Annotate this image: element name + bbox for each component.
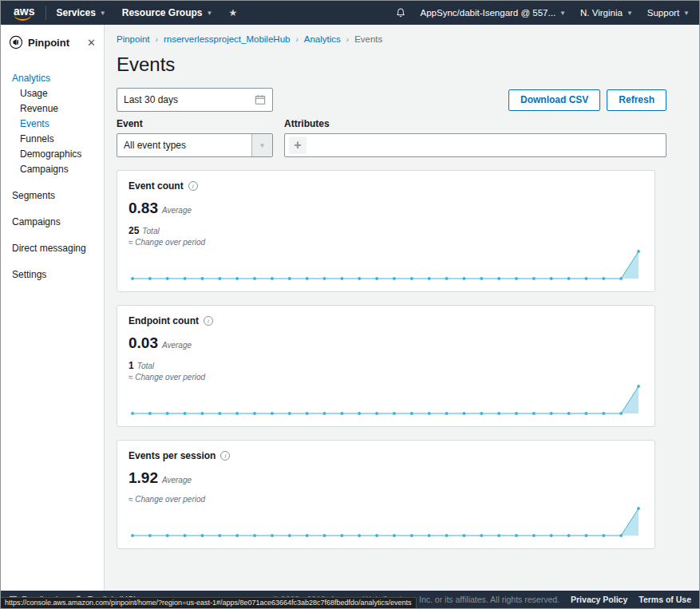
card-title: Endpoint count — [129, 315, 199, 326]
resource-groups-menu-label: Resource Groups — [122, 7, 203, 18]
region-menu-label: N. Virginia — [580, 8, 623, 18]
event-filter-label: Event — [117, 118, 273, 129]
metric-card-endpoint-count: Endpoint count i 0.03 Average 1 Total ≈ … — [117, 305, 655, 427]
average-label: Average — [162, 206, 192, 215]
sidebar-item-analytics[interactable]: Analytics — [1, 70, 104, 85]
chevron-down-icon: ▼ — [683, 10, 690, 17]
metric-card-event-count: Event count i 0.83 Average 25 Total ≈ Ch… — [117, 170, 655, 292]
date-range-value: Last 30 days — [124, 94, 255, 105]
support-menu[interactable]: Support ▼ — [647, 8, 690, 18]
support-menu-label: Support — [647, 8, 679, 18]
average-row: 0.03 Average — [129, 334, 643, 352]
sidebar-title: Pinpoint — [28, 37, 82, 49]
sidebar-nav: Analytics Usage Revenue Events Funnels D… — [1, 57, 104, 295]
resource-groups-menu[interactable]: Resource Groups ▼ — [122, 7, 213, 18]
breadcrumb-analytics[interactable]: Analytics — [304, 34, 341, 44]
event-type-select[interactable]: All event types ▼ — [117, 133, 273, 157]
card-title-row: Event count i — [129, 180, 643, 192]
pinned-shortcuts-star-icon[interactable]: ★ — [228, 7, 237, 18]
breadcrumb: Pinpoint › rnserverlessproject_MobileHub… — [117, 34, 666, 44]
info-icon[interactable]: i — [188, 181, 198, 191]
chevron-down-icon: ▼ — [627, 10, 633, 17]
card-title-row: Endpoint count i — [129, 315, 643, 326]
sidebar-item-usage[interactable]: Usage — [1, 85, 104, 101]
breadcrumb-pinpoint[interactable]: Pinpoint — [117, 34, 150, 44]
total-label: Total — [142, 227, 159, 235]
sidebar-item-events[interactable]: Events — [1, 116, 104, 131]
main-content: Pinpoint › rnserverlessproject_MobileHub… — [105, 25, 699, 591]
sidebar-item-demographics[interactable]: Demographics — [1, 146, 104, 161]
total-row: 25 Total — [129, 225, 643, 236]
info-icon[interactable]: i — [204, 316, 213, 326]
body-row: Pinpoint ✕ Analytics Usage Revenue Event… — [1, 25, 699, 591]
endpoint-count-chart — [129, 383, 643, 420]
event-filter-column: Event All event types ▼ — [117, 118, 273, 157]
sidebar-item-campaigns[interactable]: Campaigns — [1, 214, 104, 229]
sidebar-item-funnels[interactable]: Funnels — [1, 131, 104, 146]
sidebar-header: Pinpoint ✕ — [1, 25, 104, 57]
select-caret-segment: ▼ — [251, 134, 272, 156]
analytics-subnav: Usage Revenue Events Funnels Demographic… — [1, 85, 104, 176]
pinpoint-sidebar: Pinpoint ✕ Analytics Usage Revenue Event… — [1, 25, 105, 591]
region-menu[interactable]: N. Virginia ▼ — [580, 8, 633, 18]
notifications-bell-icon[interactable] — [395, 7, 406, 18]
events-per-session-chart — [129, 505, 643, 542]
top-navigation-bar: aws Services ▼ Resource Groups ▼ ★ AppSy… — [1, 1, 699, 25]
sidebar-item-campaigns-analytics[interactable]: Campaigns — [1, 161, 104, 176]
card-title: Event count — [129, 180, 184, 192]
metric-card-events-per-session: Events per session i 1.92 Average ≈ Chan… — [117, 440, 655, 549]
average-row: 0.83 Average — [129, 200, 643, 217]
card-title-row: Events per session i — [129, 450, 643, 461]
account-menu-label: AppSync/dabit-Isengard @ 557... — [421, 8, 556, 18]
total-value: 25 — [129, 225, 139, 236]
breadcrumb-separator: › — [295, 35, 298, 44]
info-icon[interactable]: i — [220, 451, 230, 461]
privacy-policy-link[interactable]: Privacy Policy — [571, 595, 627, 604]
bell-icon — [395, 7, 406, 18]
breadcrumb-project[interactable]: rnserverlessproject_MobileHub — [164, 34, 291, 44]
attributes-column: Attributes + — [284, 118, 666, 157]
chevron-down-icon: ▼ — [259, 142, 266, 149]
change-over-period-label: ≈ Change over period — [129, 495, 643, 504]
total-value: 1 — [129, 360, 134, 371]
event-type-select-value: All event types — [117, 134, 251, 156]
average-value: 0.83 — [129, 200, 158, 217]
breadcrumb-events-current: Events — [354, 34, 382, 44]
average-row: 1.92 Average — [129, 469, 643, 487]
page-title: Events — [117, 53, 666, 76]
controls-row: Last 30 days Download CSV Refresh — [117, 88, 666, 112]
close-icon[interactable]: ✕ — [87, 38, 96, 48]
browser-status-url: https://console.aws.amazon.com/pinpoint/… — [1, 597, 417, 608]
chevron-down-icon: ▼ — [100, 10, 106, 17]
refresh-button[interactable]: Refresh — [607, 89, 666, 111]
download-csv-button[interactable]: Download CSV — [508, 89, 600, 111]
terms-of-use-link[interactable]: Terms of Use — [639, 595, 691, 604]
average-label: Average — [162, 476, 192, 484]
chevron-down-icon: ▼ — [206, 10, 212, 17]
calendar-icon — [255, 94, 266, 105]
sidebar-item-segments[interactable]: Segments — [1, 188, 104, 203]
chevron-down-icon: ▼ — [560, 10, 566, 17]
sidebar-item-direct-messaging[interactable]: Direct messaging — [1, 240, 104, 255]
topbar-right-group: AppSync/dabit-Isengard @ 557... ▼ N. Vir… — [395, 7, 690, 18]
services-menu-label: Services — [56, 7, 95, 18]
pinpoint-logo-icon — [9, 35, 23, 49]
topbar-divider — [45, 6, 46, 20]
event-count-chart — [129, 248, 643, 285]
breadcrumb-separator: › — [156, 35, 158, 44]
sidebar-item-settings[interactable]: Settings — [1, 267, 104, 282]
change-over-period-label: ≈ Change over period — [129, 238, 643, 247]
change-over-period-label: ≈ Change over period — [129, 373, 643, 382]
attributes-input[interactable]: + — [284, 133, 666, 157]
add-attribute-plus-icon[interactable]: + — [289, 136, 306, 154]
aws-console-window: aws Services ▼ Resource Groups ▼ ★ AppSy… — [0, 0, 700, 609]
account-menu[interactable]: AppSync/dabit-Isengard @ 557... ▼ — [421, 8, 567, 18]
attributes-label: Attributes — [284, 118, 666, 129]
filter-row: Event All event types ▼ Attributes + — [117, 118, 666, 157]
sidebar-item-revenue[interactable]: Revenue — [1, 101, 104, 116]
date-range-picker[interactable]: Last 30 days — [117, 88, 273, 112]
aws-logo[interactable]: aws — [10, 5, 44, 22]
services-menu[interactable]: Services ▼ — [56, 7, 105, 18]
header-buttons: Download CSV Refresh — [508, 89, 666, 111]
average-value: 0.03 — [129, 334, 158, 352]
